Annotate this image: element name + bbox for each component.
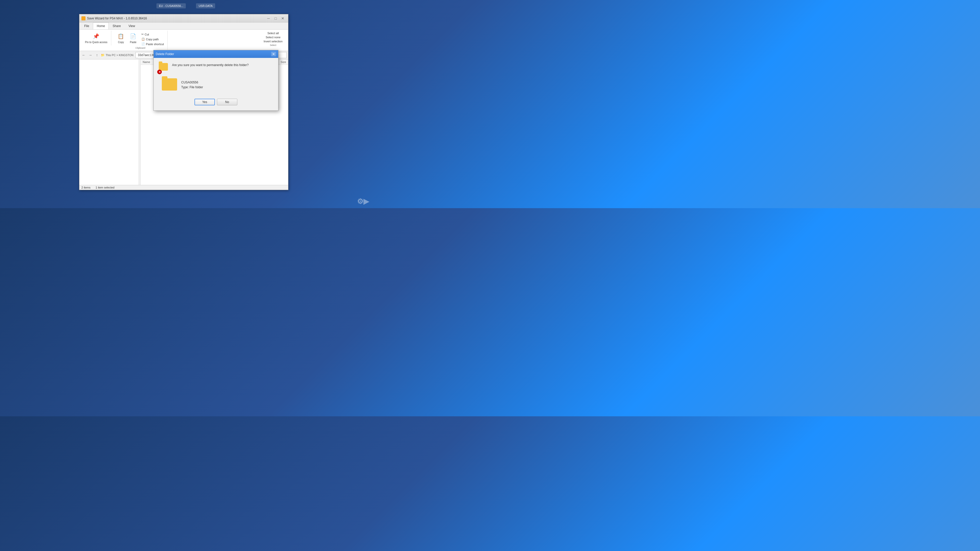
dialog-title: Delete Folder [156, 52, 174, 56]
folder-preview-icon [162, 78, 177, 92]
dialog-folder-preview: CUSA00556 Type: File folder [159, 76, 273, 94]
delete-folder-dialog: Delete Folder ✕ ✕ Are you sure you want … [153, 50, 278, 111]
dialog-content: ✕ Are you sure you want to permanently d… [154, 58, 278, 110]
dialog-top: ✕ Are you sure you want to permanently d… [159, 63, 273, 73]
taskbar-item-usr[interactable]: USR-DATA [196, 3, 215, 8]
dialog-question-text: Are you sure you want to permanently del… [172, 63, 273, 67]
taskbar-item-eu[interactable]: EU - CUSA00556... [156, 3, 186, 8]
dialog-icon-area: ✕ [159, 63, 169, 73]
no-button[interactable]: No [217, 99, 237, 105]
dialog-overlay: Delete Folder ✕ ✕ Are you sure you want … [80, 14, 288, 190]
bottom-right-logo: ⚙▶ [357, 197, 369, 206]
yes-button[interactable]: Yes [194, 99, 215, 105]
taskbar-item-eu-label: EU - CUSA00556... [159, 4, 183, 7]
folder-name: CUSA00556 [181, 80, 203, 85]
folder-info: CUSA00556 Type: File folder [181, 80, 203, 90]
taskbar-item-usr-label: USR-DATA [199, 4, 213, 7]
dialog-title-bar: Delete Folder ✕ [154, 50, 278, 58]
folder-type: Type: File folder [181, 85, 203, 90]
dialog-delete-icon: ✕ [157, 70, 162, 74]
folder-body [162, 78, 177, 91]
dialog-buttons: Yes No [159, 97, 273, 105]
dialog-close-button[interactable]: ✕ [271, 52, 276, 56]
taskbar-top: EU - CUSA00556... USR-DATA [0, 0, 372, 11]
main-window: Save Wizard for PS4 MAX - 1.0.6510.36416… [79, 14, 288, 190]
